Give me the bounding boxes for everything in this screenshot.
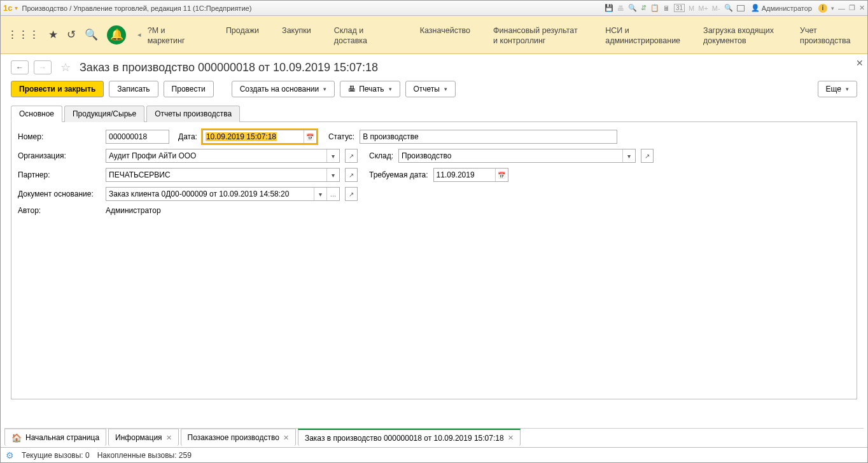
titlebar: 1c ▾ Производство / Управление торговлей… [1,1,867,16]
save-icon[interactable]: 💾 [605,4,613,12]
tab-main[interactable]: Основное [11,106,62,122]
menu-section-admin[interactable]: НСИ и администрирование [605,26,680,46]
post-and-close-button[interactable]: Провести и закрыть [11,81,104,97]
sections-scroll-left[interactable]: ◂ [135,31,144,39]
info-dropdown[interactable]: ▾ [831,5,834,11]
chevron-down-icon: ▾ [389,86,392,92]
open-basis-button[interactable]: ↗ [345,187,358,201]
nav-forward-button[interactable]: → [34,60,52,74]
chevron-down-icon: ▾ [444,86,447,92]
notifications-bell-icon[interactable]: 🔔 [107,25,126,45]
menu-section-incoming[interactable]: Загрузка входящих документов [703,26,777,46]
number-field[interactable] [106,130,169,144]
more-button[interactable]: Еще ▾ [818,81,857,97]
dropdown-icon[interactable]: ▾ [314,188,326,200]
menu-section-finance[interactable]: Финансовый результат и контроллинг [493,26,582,46]
page-tabs: Основное Продукция/Сырье Отчеты производ… [11,105,857,122]
apps-grid-icon[interactable]: ⋮⋮⋮ [7,28,39,41]
warehouse-value: Производство [399,151,451,160]
launcher-icons: ⋮⋮⋮ ★ ↺ 🔍 🔔 [7,25,126,45]
label-author: Автор: [18,206,101,215]
organization-field[interactable]: Аудит Профи АйТи ООО ▾ [106,149,340,163]
performance-icon[interactable]: ⚙ [6,450,14,460]
menu-section-crm[interactable]: ?М и маркетинг [148,26,203,46]
label-basis: Документ основание: [18,190,101,198]
nav-back-button[interactable]: ← [11,60,29,74]
open-partner-button[interactable]: ↗ [345,168,358,182]
label-warehouse: Склад: [369,151,393,160]
close-tab-icon[interactable]: ✕ [166,434,172,442]
basis-field[interactable]: Заказ клиента 0Д00-000009 от 10.09.2019 … [106,187,340,201]
calendar-icon[interactable]: 📅 [495,169,508,181]
calendar-icon[interactable]: 31 [674,4,685,12]
window-tab-information[interactable]: Информация ✕ [108,429,178,446]
document-area: ✕ ← → ☆ Заказ в производство 000000018 о… [1,54,867,399]
label-status: Статус: [328,132,354,141]
compare-icon[interactable]: ⇵ [641,4,647,12]
m-minus-button[interactable]: M- [712,4,720,12]
accumulated-calls-label: Накопленные вызовы: 259 [97,451,192,460]
favorite-star-icon[interactable]: ☆ [60,60,71,74]
tab-production-reports[interactable]: Отчеты производства [146,106,240,122]
menu-section-treasury[interactable]: Казначейство [420,26,470,36]
window-close[interactable]: ✕ [859,4,865,12]
m-button[interactable]: M [689,4,694,12]
date-input[interactable]: 10.09.2019 15:07:18 [203,132,277,141]
window-tab-home[interactable]: 🏠 Начальная страница [4,429,106,446]
print-button[interactable]: 🖶 Печать ▾ [340,81,400,97]
history-icon[interactable]: ↺ [67,28,76,41]
tab-products[interactable]: Продукция/Сырье [64,106,144,122]
search-icon[interactable]: 🔍 [85,28,98,41]
save-button[interactable]: Записать [109,81,158,97]
number-input[interactable] [106,130,169,143]
print-label: Печать [359,85,384,93]
menu-section-warehouse[interactable]: Склад и доставка [334,26,397,46]
close-tab-icon[interactable]: ✕ [508,434,514,442]
window-tab-current-document[interactable]: Заказ в производство 000000018 от 10.09.… [298,429,521,446]
print-icon: 🖶 [348,85,356,93]
window-restore[interactable]: ❐ [849,4,855,12]
label-partner: Партнер: [18,170,101,179]
post-button[interactable]: Провести [164,81,214,97]
required-date-field[interactable]: 11.09.2019 📅 [433,168,508,182]
dropdown-icon[interactable]: ▾ [326,169,339,181]
basis-value: Заказ клиента 0Д00-000009 от 10.09.2019 … [106,190,289,198]
warehouse-field[interactable]: Производство ▾ [398,149,636,163]
window-tab-order-production[interactable]: Позаказное производство ✕ [181,429,296,446]
menu-section-production[interactable]: Учет производства [800,26,867,46]
app-1c-icon: 1c [3,3,12,13]
label-date: Дата: [178,132,197,141]
close-tab-icon[interactable]: ✕ [283,434,289,442]
info-icon[interactable]: i [818,4,827,13]
calculator-icon[interactable]: 🖩 [663,4,670,12]
open-organization-button[interactable]: ↗ [345,149,358,163]
app-menu-dropdown[interactable]: ▾ [15,4,18,11]
close-document-button[interactable]: ✕ [856,58,864,68]
print-icon[interactable]: 🖶 [617,4,624,12]
document-title: Заказ в производство 000000018 от 10.09.… [80,61,378,74]
dropdown-icon[interactable]: ▾ [622,149,635,162]
organization-value: Аудит Профи АйТи ООО [106,151,196,160]
create-on-basis-button[interactable]: Создать на основании ▾ [232,81,335,97]
menu-section-sales[interactable]: Продажи [226,26,259,36]
date-field[interactable]: 10.09.2019 15:07:18 📅 [202,130,317,144]
favorites-star-icon[interactable]: ★ [48,28,58,41]
partner-field[interactable]: ПЕЧАТЬСЕРВИС ▾ [106,168,340,182]
menu-sections: ?М и маркетинг Продажи Закупки Склад и д… [148,24,867,46]
dropdown-icon[interactable]: ▾ [326,149,339,162]
open-warehouse-button[interactable]: ↗ [641,149,654,163]
m-plus-button[interactable]: M+ [698,4,708,12]
label-organization: Организация: [18,151,101,160]
panels-icon[interactable] [737,5,745,11]
preview-icon[interactable]: 🔍 [628,4,637,12]
status-bar: ⚙ Текущие вызовы: 0 Накопленные вызовы: … [1,447,867,462]
menu-section-purchases[interactable]: Закупки [282,26,311,36]
status-field[interactable]: В производстве [360,130,617,144]
copy-icon[interactable]: 📋 [650,4,659,12]
ellipsis-icon[interactable]: … [326,188,339,200]
window-minimize[interactable]: — [838,4,845,12]
current-user-chip[interactable]: 👤 Администратор [748,4,815,12]
zoom-icon[interactable]: 🔍 [724,4,733,12]
calendar-icon[interactable]: 📅 [304,130,316,143]
reports-button[interactable]: Отчеты ▾ [405,81,456,97]
